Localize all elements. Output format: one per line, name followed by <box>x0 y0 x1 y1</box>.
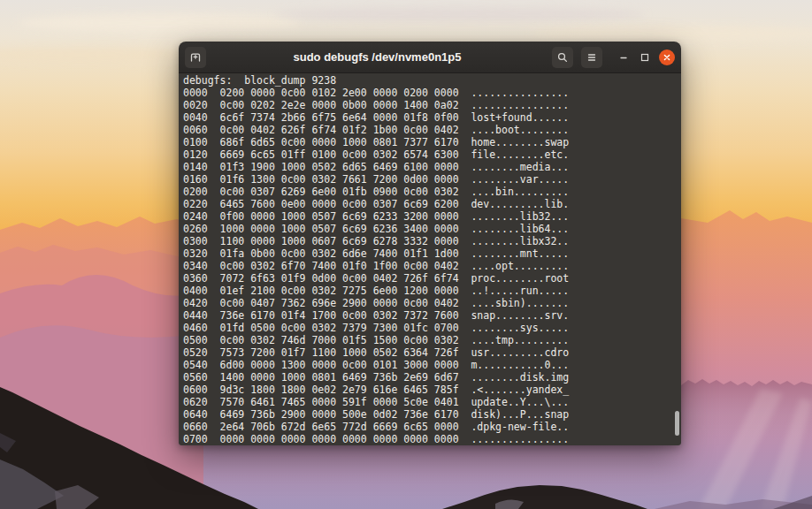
scrollbar-thumb[interactable] <box>675 411 679 436</box>
menu-button[interactable] <box>581 47 602 68</box>
hex-row: 0000 0200 0000 0c00 0102 2e00 0000 0200 … <box>183 87 681 99</box>
maximize-button[interactable] <box>634 47 655 68</box>
hex-row: 0240 0f00 0000 1000 0507 6c69 6233 3200 … <box>183 210 681 223</box>
hex-row: 0260 1000 0000 1000 0507 6c69 6236 3400 … <box>183 223 681 235</box>
desktop: sudo debugfs /dev/nvme0n1p5 <box>0 0 812 509</box>
hex-row: 0160 01f6 1300 0c00 0302 7661 7200 0d00 … <box>183 173 681 186</box>
search-button[interactable] <box>552 47 573 68</box>
hex-row: 0120 6669 6c65 01ff 0100 0c00 0302 6574 … <box>183 148 681 161</box>
terminal-screen[interactable]: debugfs: block_dump 9238 0000 0200 0000 … <box>179 73 681 445</box>
hex-row: 0620 7570 6461 7465 0000 591f 0000 5c0e … <box>183 396 681 408</box>
hex-row: 0700 0000 0000 0000 0000 0000 0000 0000 … <box>183 433 681 445</box>
hex-row: 0540 6d00 0000 1300 0000 0c00 0101 3000 … <box>183 359 681 371</box>
hex-row: 0660 2e64 706b 672d 6e65 772d 6669 6c65 … <box>183 421 681 433</box>
window-title: sudo debugfs /dev/nvme0n1p5 <box>206 50 552 64</box>
hamburger-menu-icon <box>585 50 599 65</box>
hex-row: 0520 7573 7200 01f7 1100 1000 0502 6364 … <box>183 346 681 359</box>
hex-row: 0100 686f 6d65 0c00 0000 1000 0801 7377 … <box>183 136 681 148</box>
hex-row: 0640 6469 736b 2900 0000 500e 0d02 736e … <box>183 408 681 421</box>
hex-row: 0440 736e 6170 01f4 1700 0c00 0302 7372 … <box>183 309 681 322</box>
hex-row: 0460 01fd 0500 0c00 0302 7379 7300 01fc … <box>183 322 681 334</box>
minimize-button[interactable] <box>613 47 634 68</box>
window-titlebar[interactable]: sudo debugfs /dev/nvme0n1p5 <box>179 42 681 73</box>
hex-row: 0140 01f3 1900 1000 0502 6d65 6469 6100 … <box>183 161 681 173</box>
hex-row: 0560 1400 0000 1000 0801 6469 736b 2e69 … <box>183 371 681 384</box>
hex-row: 0200 0c00 0307 6269 6e00 01fb 0900 0c00 … <box>183 186 681 198</box>
hex-row: 0360 7072 6f63 01f9 0d00 0c00 0402 726f … <box>183 272 681 285</box>
close-icon <box>662 52 672 63</box>
hex-row: 0600 9d3c 1800 1800 0e02 2e79 616e 6465 … <box>183 384 681 396</box>
hex-row: 0220 6465 7600 0e00 0000 0c00 0307 6c69 … <box>183 198 681 210</box>
hex-row: 0020 0c00 0202 2e2e 0000 0b00 0000 1400 … <box>183 99 681 111</box>
minimize-icon <box>617 50 631 65</box>
hex-row: 0400 01ef 2100 0c00 0302 7275 6e00 1200 … <box>183 285 681 297</box>
search-icon <box>555 50 570 65</box>
hex-row: 0040 6c6f 7374 2b66 6f75 6e64 0000 01f8 … <box>183 111 681 124</box>
hex-row: 0420 0c00 0407 7362 696e 2900 0000 0c00 … <box>183 297 681 309</box>
new-tab-icon <box>188 50 203 65</box>
hex-row: 0300 1100 0000 1000 0607 6c69 6278 3332 … <box>183 235 681 247</box>
hex-row: 0060 0c00 0402 626f 6f74 01f2 1b00 0c00 … <box>183 124 681 136</box>
hex-row: 0320 01fa 0b00 0c00 0302 6d6e 7400 01f1 … <box>183 247 681 260</box>
terminal-window: sudo debugfs /dev/nvme0n1p5 <box>179 42 681 445</box>
maximize-icon <box>638 50 652 65</box>
hex-row: 0340 0c00 0302 6f70 7400 01f0 1f00 0c00 … <box>183 260 681 272</box>
prompt-line: debugfs: block_dump 9238 <box>183 74 681 87</box>
hex-row: 0500 0c00 0302 746d 7000 01f5 1500 0c00 … <box>183 334 681 346</box>
new-tab-button[interactable] <box>185 47 206 68</box>
hexdump-rows: 0000 0200 0000 0c00 0102 2e00 0000 0200 … <box>183 87 681 445</box>
close-button[interactable] <box>659 49 675 65</box>
